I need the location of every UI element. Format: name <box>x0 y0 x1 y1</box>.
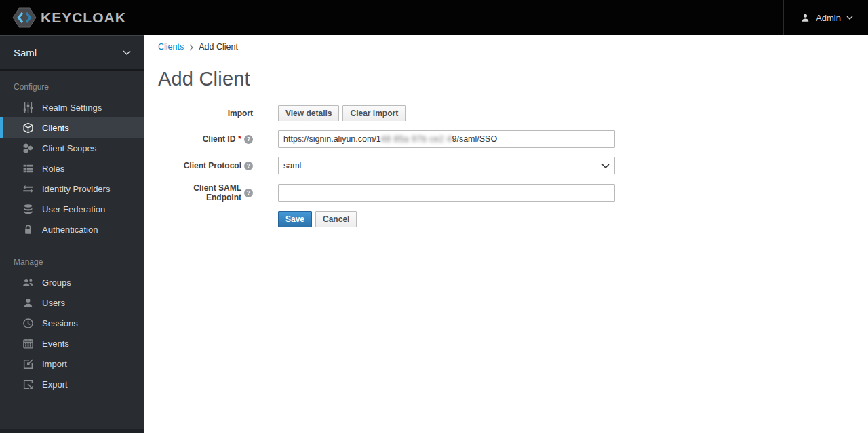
client-id-input[interactable]: https://signin.aliyun.com/148 85a 97b ce… <box>278 130 615 148</box>
brand-wordmark: KEYCLOAK <box>41 10 126 26</box>
client-id-label: Client ID * ? <box>158 134 253 144</box>
realm-name: Saml <box>14 47 37 58</box>
import-label: Import <box>158 109 253 118</box>
required-asterisk: * <box>238 134 241 144</box>
help-icon[interactable]: ? <box>244 162 253 170</box>
sidebar-bottom-strip <box>0 429 144 433</box>
help-icon[interactable]: ? <box>244 135 253 144</box>
sidebar-item-client-scopes[interactable]: Client Scopes <box>0 138 144 158</box>
redacted-text: 48 85a 97b ce2 4 <box>381 134 452 144</box>
sidebar-item-realm-settings[interactable]: Realm Settings <box>0 97 144 117</box>
realm-selector[interactable]: Saml <box>0 35 144 71</box>
list-icon <box>22 163 34 174</box>
sidebar-item-identity-providers[interactable]: Identity Providers <box>0 178 144 199</box>
sidebar-item-import[interactable]: Import <box>0 354 144 374</box>
client-protocol-row: Client Protocol ? saml <box>158 157 868 174</box>
sidebar-section-manage: Manage <box>0 240 144 272</box>
breadcrumb: Clients Add Client <box>158 42 868 52</box>
sidebar-item-export[interactable]: Export <box>0 374 144 394</box>
sidebar-item-authentication[interactable]: Authentication <box>0 219 144 240</box>
keycloak-admin-console: KEYCLOAK Admin Saml Configure <box>0 0 868 433</box>
calendar-icon <box>22 338 34 350</box>
import-row: Import View details Clear import <box>158 105 868 121</box>
user-icon <box>22 297 34 309</box>
user-menu-label: Admin <box>816 13 841 23</box>
client-saml-endpoint-row: Client SAML Endpoint ? <box>158 183 868 202</box>
user-icon <box>800 13 810 23</box>
sidebar-item-groups[interactable]: Groups <box>0 272 144 293</box>
chevron-down-icon <box>601 164 610 168</box>
keycloak-logo-icon <box>12 7 37 28</box>
client-protocol-select[interactable]: saml <box>278 157 615 174</box>
clear-import-button[interactable]: Clear import <box>342 105 406 121</box>
sidebar-item-clients[interactable]: Clients <box>0 117 144 138</box>
import-icon <box>22 358 34 370</box>
cancel-button[interactable]: Cancel <box>315 211 357 227</box>
view-details-button[interactable]: View details <box>278 105 339 121</box>
keycloak-logo[interactable]: KEYCLOAK <box>0 7 126 28</box>
cube-icon <box>22 122 34 134</box>
add-client-form: Import View details Clear import Client … <box>158 105 868 227</box>
main-content: Clients Add Client Add Client Import Vie… <box>144 35 868 433</box>
client-protocol-label: Client Protocol ? <box>158 161 253 170</box>
client-saml-endpoint-label: Client SAML Endpoint ? <box>158 183 253 202</box>
save-button[interactable]: Save <box>278 211 312 227</box>
user-menu[interactable]: Admin <box>783 0 868 35</box>
sidebar: Saml Configure Realm Settings Clients <box>0 35 144 433</box>
sidebar-item-events[interactable]: Events <box>0 333 144 354</box>
sidebar-item-users[interactable]: Users <box>0 293 144 313</box>
database-icon <box>22 204 34 215</box>
actions-row: Save Cancel <box>158 211 868 227</box>
cubes-icon <box>22 143 34 154</box>
sidebar-item-roles[interactable]: Roles <box>0 158 144 178</box>
client-saml-endpoint-input[interactable] <box>278 184 615 202</box>
sidebar-item-sessions[interactable]: Sessions <box>0 313 144 333</box>
chevron-right-icon <box>189 44 193 51</box>
client-id-row: Client ID * ? https://signin.aliyun.com/… <box>158 130 868 148</box>
breadcrumb-current: Add Client <box>199 42 238 52</box>
chevron-down-icon <box>846 16 853 20</box>
groups-icon <box>22 277 34 288</box>
page-title: Add Client <box>158 68 868 90</box>
export-icon <box>22 379 34 390</box>
lock-icon <box>22 224 34 236</box>
sidebar-section-configure: Configure <box>0 71 144 97</box>
chevron-down-icon <box>123 50 131 55</box>
breadcrumb-clients-link[interactable]: Clients <box>158 42 184 52</box>
help-icon[interactable]: ? <box>244 189 253 197</box>
exchange-icon <box>22 183 34 195</box>
top-navbar: KEYCLOAK Admin <box>0 0 868 35</box>
sliders-icon <box>22 102 34 113</box>
sidebar-item-user-federation[interactable]: User Federation <box>0 199 144 219</box>
clock-icon <box>22 318 34 329</box>
